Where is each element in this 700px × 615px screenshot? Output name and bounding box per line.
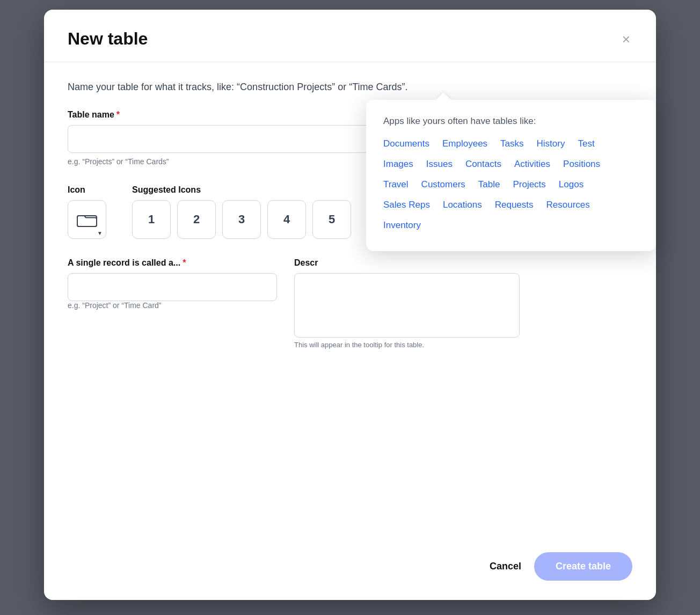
suggested-icon-1[interactable]: 1: [132, 200, 171, 239]
description-group: Descr This will appear in the tooltip fo…: [294, 258, 520, 349]
icon-selector[interactable]: ▼: [68, 200, 106, 239]
recommendation-tag-inventory[interactable]: Inventory: [383, 220, 421, 231]
recommendations-popup: Apps like yours often have tables like: …: [366, 100, 656, 251]
recommendation-tag-documents[interactable]: Documents: [383, 138, 429, 149]
recommendation-tag-sales-reps[interactable]: Sales Reps: [383, 200, 430, 210]
caret-icon: ▼: [97, 230, 103, 236]
suggested-icons-row: 12345: [132, 200, 351, 239]
record-hint: e.g. “Project” or “Time Card”: [68, 301, 277, 310]
suggested-icons-col: Suggested Icons 12345: [132, 185, 351, 239]
popup-heading: Apps like yours often have tables like:: [383, 116, 639, 127]
record-name-group: A single record is called a...* e.g. “Pr…: [68, 258, 277, 349]
description-label: Descr: [294, 258, 520, 268]
description-hint: This will appear in the tooltip for this…: [294, 341, 520, 349]
recommendation-tag-table[interactable]: Table: [478, 179, 500, 190]
popup-arrow: [436, 92, 451, 100]
suggested-icon-2[interactable]: 2: [177, 200, 216, 239]
icon-label: Icon: [68, 185, 106, 195]
backdrop: New table × Name your table for what it …: [0, 0, 700, 615]
recommendation-tag-locations[interactable]: Locations: [443, 200, 482, 210]
bottom-fields: A single record is called a...* e.g. “Pr…: [68, 258, 632, 349]
table-name-input[interactable]: [68, 125, 406, 153]
suggested-icon-3[interactable]: 3: [222, 200, 261, 239]
description-text: Name your table for what it tracks, like…: [68, 82, 632, 93]
recommendation-tag-requests[interactable]: Requests: [495, 200, 534, 210]
recommendation-tag-tasks[interactable]: Tasks: [500, 138, 523, 149]
recommendation-tag-projects[interactable]: Projects: [513, 179, 545, 190]
recommendation-tag-positions[interactable]: Positions: [563, 159, 600, 170]
recommendation-tag-customers[interactable]: Customers: [421, 179, 465, 190]
modal-title: New table: [68, 29, 148, 49]
create-table-button[interactable]: Create table: [534, 552, 632, 581]
popup-tags: DocumentsEmployeesTasksHistoryTestImages…: [383, 138, 639, 235]
record-label: A single record is called a...*: [68, 258, 277, 268]
description-input[interactable]: [294, 273, 520, 338]
recommendation-tag-issues[interactable]: Issues: [426, 159, 453, 170]
modal-footer: Cancel Create table: [44, 539, 656, 600]
close-button[interactable]: ×: [620, 30, 632, 48]
suggested-icons-label: Suggested Icons: [132, 185, 351, 195]
record-name-input[interactable]: [68, 273, 277, 301]
modal: New table × Name your table for what it …: [44, 10, 656, 600]
recommendation-tag-travel[interactable]: Travel: [383, 179, 409, 190]
recommendation-tag-images[interactable]: Images: [383, 159, 413, 170]
cancel-button[interactable]: Cancel: [490, 561, 521, 572]
modal-header: New table ×: [44, 10, 656, 62]
recommendation-tag-activities[interactable]: Activities: [514, 159, 550, 170]
recommendation-tag-history[interactable]: History: [537, 138, 565, 149]
required-star: *: [116, 110, 120, 119]
suggested-icon-5[interactable]: 5: [312, 200, 351, 239]
suggested-icon-4[interactable]: 4: [267, 200, 306, 239]
record-required-star: *: [183, 258, 186, 267]
recommendation-tag-contacts[interactable]: Contacts: [465, 159, 501, 170]
folder-icon: [77, 210, 97, 229]
recommendation-tag-logos[interactable]: Logos: [559, 179, 584, 190]
recommendation-tag-resources[interactable]: Resources: [546, 200, 590, 210]
recommendation-tag-employees[interactable]: Employees: [442, 138, 487, 149]
icon-col: Icon ▼: [68, 185, 106, 239]
recommendation-tag-test[interactable]: Test: [578, 138, 594, 149]
